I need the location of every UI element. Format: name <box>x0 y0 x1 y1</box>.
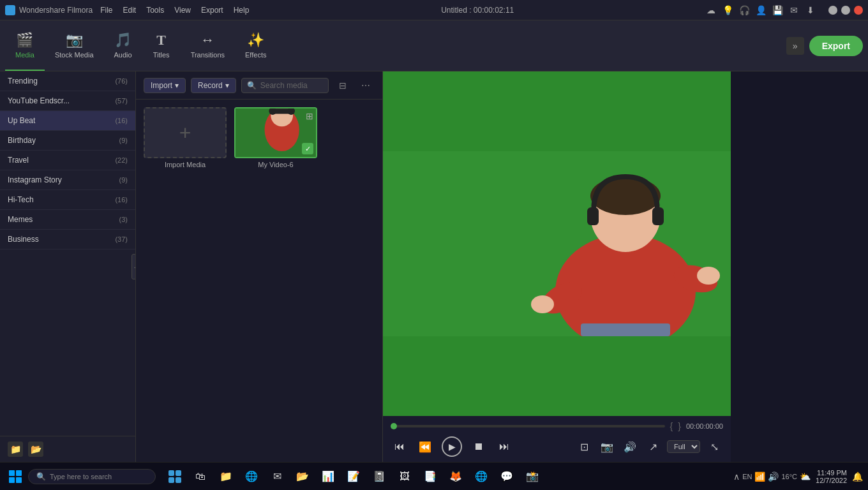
expand-button[interactable]: » <box>786 37 804 55</box>
filter-button[interactable]: ⊟ <box>334 77 352 94</box>
minimize-button[interactable]: − <box>828 6 837 15</box>
sidebar-item-birthday[interactable]: Birthday (9) <box>0 131 135 151</box>
taskbar-app-edge[interactable]: 🌐 <box>240 465 263 488</box>
sidebar-item-hitech[interactable]: Hi-Tech (16) <box>0 190 135 210</box>
fullscreen-button[interactable]: ⤡ <box>705 438 723 456</box>
record-button[interactable]: Record ▾ <box>191 78 236 93</box>
stop-button[interactable]: ⏹ <box>470 438 488 456</box>
close-button[interactable]: ✕ <box>854 6 863 15</box>
download-icon[interactable]: ⬇ <box>805 5 816 15</box>
menu-help[interactable]: Help <box>234 6 250 15</box>
taskbar-app-ms-store[interactable]: 🛍 <box>189 465 212 488</box>
next-button[interactable]: ⏭ <box>495 438 513 456</box>
sidebar-item-business[interactable]: Business (37) <box>0 230 135 249</box>
bulb-icon[interactable]: 💡 <box>722 5 733 15</box>
new-folder-icon[interactable]: 📁 <box>8 442 23 457</box>
sidebar-item-instagram[interactable]: Instagram Story (9) <box>0 170 135 190</box>
sidebar-item-memes[interactable]: Memes (3) <box>0 210 135 230</box>
sidebar-item-trending[interactable]: Trending (76) <box>0 71 135 91</box>
svg-rect-18 <box>168 470 174 476</box>
toolbar-effects[interactable]: ✨ Effects <box>235 20 276 71</box>
taskbar-app-instagram[interactable]: 📸 <box>521 465 544 488</box>
search-input[interactable] <box>260 81 323 90</box>
open-folder-icon[interactable]: 📂 <box>28 442 43 457</box>
search-icon: 🔍 <box>247 81 257 90</box>
toolbar-audio[interactable]: 🎵 Audio <box>104 20 142 71</box>
taskbar-app-discord[interactable]: 💬 <box>495 465 518 488</box>
import-media-item[interactable]: + Import Media <box>144 107 227 168</box>
user-icon[interactable]: 👤 <box>756 5 766 15</box>
import-button[interactable]: Import ▾ <box>144 78 186 93</box>
play-button[interactable]: ▶ <box>442 436 462 457</box>
tray-lang-icon[interactable]: EN <box>742 473 752 480</box>
toolbar-stock-media[interactable]: 📷 Stock Media <box>45 20 104 71</box>
svg-rect-11 <box>587 207 599 225</box>
menu-tools[interactable]: Tools <box>146 6 164 15</box>
sidebar-travel-count: (22) <box>115 156 128 164</box>
maximize-button[interactable]: ⬜ <box>841 6 850 15</box>
pip-button[interactable]: ⊡ <box>575 438 593 456</box>
taskbar-app-folder[interactable]: 📂 <box>291 465 314 488</box>
menu-view[interactable]: View <box>174 6 191 15</box>
notification-icon[interactable]: 🔔 <box>852 471 863 482</box>
step-back-button[interactable]: ⏪ <box>416 438 434 456</box>
taskbar-app-widgets[interactable] <box>163 465 186 488</box>
save-icon[interactable]: 💾 <box>772 5 782 15</box>
import-media-label: Import Media <box>165 161 206 168</box>
taskbar-app-mail[interactable]: ✉ <box>266 465 288 488</box>
taskbar-app-word[interactable]: 📝 <box>342 465 365 488</box>
sidebar-collapse-button[interactable]: ◀ <box>131 254 136 279</box>
tray-up-icon[interactable]: ∧ <box>733 471 740 482</box>
taskbar-app-chrome[interactable]: 🌐 <box>470 465 493 488</box>
sidebar-item-youtube[interactable]: YouTube Endscr... (57) <box>0 91 135 111</box>
title-bar-left: Wondershare Filmora File Edit Tools View… <box>5 5 249 15</box>
taskbar-app-photos[interactable]: 🖼 <box>393 465 416 488</box>
video-media-item[interactable]: ⊞ ✓ My Video-6 <box>234 107 317 168</box>
prev-frame-button[interactable]: ⏮ <box>391 438 408 456</box>
menu-export[interactable]: Export <box>201 6 223 15</box>
start-button[interactable] <box>5 466 26 487</box>
snapshot-button[interactable]: 📷 <box>598 438 616 456</box>
progress-bar: { } 00:00:00:00 <box>391 421 723 431</box>
taskbar-search[interactable]: 🔍 Type here to search <box>28 469 156 484</box>
sidebar-item-upbeat[interactable]: Up Beat (16) <box>0 111 135 131</box>
menu-edit[interactable]: Edit <box>123 6 137 15</box>
sidebar-memes-count: (3) <box>119 216 128 223</box>
taskbar-app-ppt[interactable]: 📑 <box>419 465 442 488</box>
cloud-icon[interactable]: ☁ <box>706 5 716 15</box>
transitions-label: Transitions <box>191 51 225 59</box>
progress-track[interactable] <box>391 425 665 427</box>
toolbar-transitions[interactable]: ↔ Transitions <box>181 20 235 71</box>
sidebar-trending-label: Trending <box>8 77 38 85</box>
toolbar-media[interactable]: 🎬 Media <box>5 20 45 71</box>
headphone-icon[interactable]: 🎧 <box>739 5 749 15</box>
mail-icon[interactable]: ✉ <box>789 5 799 15</box>
sidebar-instagram-label: Instagram Story <box>8 175 62 184</box>
taskbar: 🔍 Type here to search 🛍 📁 🌐 ✉ 📂 <box>0 462 868 490</box>
svg-rect-20 <box>168 477 174 483</box>
clock[interactable]: 11:49 PM 12/7/2022 <box>816 469 847 484</box>
menu-file[interactable]: File <box>100 6 112 15</box>
taskbar-app-explorer[interactable]: 📁 <box>214 465 237 488</box>
toolbar-titles[interactable]: T Titles <box>142 20 181 71</box>
export-button[interactable]: Export <box>809 36 863 56</box>
import-thumb[interactable]: + <box>144 107 227 158</box>
share-button[interactable]: ↗ <box>644 438 662 456</box>
tray-network-icon[interactable]: 📶 <box>754 471 765 482</box>
volume-button[interactable]: 🔊 <box>621 438 639 456</box>
app-logo: Wondershare Filmora <box>5 5 93 15</box>
taskbar-app-firefox[interactable]: 🦊 <box>444 465 467 488</box>
record-label: Record <box>198 81 223 90</box>
sidebar-memes-label: Memes <box>8 215 33 224</box>
tray-sound-icon[interactable]: 🔊 <box>768 471 779 482</box>
title-bar: Wondershare Filmora File Edit Tools View… <box>0 0 868 20</box>
sidebar-item-travel[interactable]: Travel (22) <box>0 151 135 170</box>
folder-icon: 📂 <box>296 470 309 482</box>
svg-point-5 <box>287 107 295 115</box>
quality-select[interactable]: Full 1/2 1/4 <box>667 440 700 453</box>
video-thumb[interactable]: ⊞ ✓ <box>234 107 317 158</box>
taskbar-app-onenote[interactable]: 📓 <box>368 465 391 488</box>
time-display: 00:00:00:00 <box>686 422 723 430</box>
grid-options-button[interactable]: ⋯ <box>357 77 375 94</box>
taskbar-app-excel[interactable]: 📊 <box>317 465 340 488</box>
